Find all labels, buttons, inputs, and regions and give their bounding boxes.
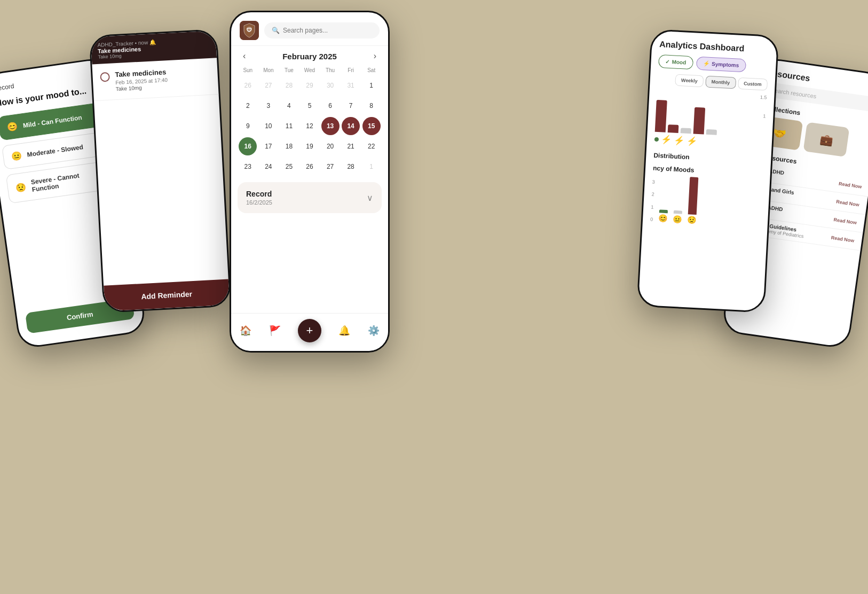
calendar-month-label: February 2025 — [282, 52, 337, 61]
cal-cell[interactable]: 18 — [280, 137, 298, 155]
resource-4-link[interactable]: Read Now — [831, 235, 854, 243]
home-icon[interactable]: 🏠 — [240, 325, 251, 337]
symptoms-tab-label: Symptoms — [712, 61, 739, 68]
chart-bar-1 — [655, 100, 667, 132]
cal-cell-13[interactable]: 13 — [321, 117, 340, 135]
search-bar[interactable]: 🔍 — [264, 22, 380, 38]
collection-adhd-work[interactable]: 💼 — [803, 122, 850, 157]
reminder-checkbox[interactable] — [100, 72, 110, 82]
search-icon: 🔍 — [272, 27, 280, 34]
cal-cell-14[interactable]: 14 — [342, 117, 360, 135]
cal-cell[interactable]: 24 — [259, 158, 278, 176]
day-tue: Tue — [279, 67, 299, 73]
cal-cell[interactable]: 6 — [321, 97, 340, 115]
cal-cell[interactable]: 23 — [239, 158, 257, 176]
search-input[interactable] — [283, 27, 372, 34]
next-month-button[interactable]: › — [370, 51, 380, 61]
calendar-day-names: Sun Mon Tue Wed Thu Fri Sat — [238, 64, 382, 76]
symbol-3: ⚡ — [686, 136, 697, 146]
cal-cell-today[interactable]: 16 — [239, 137, 257, 155]
mild-emoji: 😊 — [6, 121, 18, 133]
reminder-details: Take medicines Feb 16, 2025 at 17:40 Tak… — [115, 68, 168, 92]
chart-bar-2 — [668, 124, 679, 133]
cal-cell[interactable]: 26 — [301, 158, 319, 176]
day-thu: Thu — [320, 67, 341, 73]
cal-cell[interactable]: 21 — [342, 137, 360, 155]
record-chevron-icon: ∨ — [367, 193, 373, 203]
phone-calendar: 🛡 🔍 ‹ February 2025 › Sun Mon Tue Wed Th… — [230, 11, 390, 353]
cal-cell[interactable]: 20 — [321, 137, 340, 155]
calendar-week-2: 2 3 4 5 6 7 8 — [238, 97, 382, 115]
record-card[interactable]: Record 16/2/2025 ∨ — [238, 182, 382, 213]
chart-bar-4 — [693, 107, 706, 135]
calendar-grid: Sun Mon Tue Wed Thu Fri Sat 26 27 28 29 … — [231, 64, 388, 176]
green-dot — [654, 137, 659, 141]
moderate-emoji: 😐 — [11, 150, 22, 162]
day-mon: Mon — [258, 67, 279, 73]
bell-icon[interactable]: 🔔 — [338, 325, 350, 337]
cal-cell[interactable]: 1 — [362, 158, 381, 176]
symbol-1: ⚡ — [660, 134, 672, 145]
cal-cell[interactable]: 12 — [301, 117, 319, 135]
cal-cell-15[interactable]: 15 — [362, 117, 381, 135]
calendar-week-3: 9 10 11 12 13 14 15 — [238, 117, 382, 135]
chart-bar-5 — [706, 129, 717, 135]
calendar-week-1: 26 27 28 29 30 31 1 — [238, 76, 382, 95]
cal-cell[interactable]: 9 — [239, 117, 257, 135]
bottom-nav: 🏠 🚩 + 🔔 ⚙️ — [231, 313, 388, 351]
tab-weekly[interactable]: Weekly — [675, 74, 704, 88]
day-wed: Wed — [299, 67, 320, 73]
resource-1-link[interactable]: Read Now — [839, 181, 862, 189]
tab-mood[interactable]: ✓ Mood — [658, 54, 693, 69]
freq-group-2: 😐 — [673, 210, 682, 224]
cal-cell[interactable]: 5 — [301, 97, 319, 115]
resource-2-link[interactable]: Read Now — [836, 199, 859, 207]
tab-custom[interactable]: Custom — [738, 77, 768, 91]
record-card-title: Record — [246, 190, 272, 198]
mood-tab-label: Mood — [672, 59, 686, 65]
cal-cell[interactable]: 19 — [301, 137, 319, 155]
cal-cell[interactable]: 30 — [321, 76, 340, 95]
analytics-chart: 1.5 1 — [648, 89, 775, 138]
app-logo: 🛡 — [240, 21, 259, 40]
add-reminder-button[interactable]: Add Reminder — [104, 279, 230, 311]
cal-cell[interactable]: 7 — [342, 97, 360, 115]
phone-analytics: Analytics Dashboard ✓ Mood ⚡ Symptoms We… — [637, 29, 779, 313]
moderate-label: Moderate - Slowed — [27, 143, 84, 159]
cal-cell[interactable]: 8 — [362, 97, 381, 115]
cal-cell[interactable]: 22 — [362, 137, 381, 155]
cal-cell[interactable]: 28 — [342, 158, 360, 176]
add-button[interactable]: + — [298, 319, 321, 342]
cal-cell[interactable]: 2 — [239, 97, 257, 115]
day-fri: Fri — [341, 67, 361, 73]
notif-content: ADHD_Tracker • now 🔔 Take medicines Take… — [97, 39, 156, 60]
chart-value-mid: 1 — [763, 113, 766, 119]
day-sat: Sat — [361, 67, 382, 73]
cal-cell[interactable]: 25 — [280, 158, 298, 176]
cal-cell[interactable]: 27 — [259, 76, 278, 95]
cal-cell[interactable]: 10 — [259, 117, 278, 135]
cal-cell[interactable]: 11 — [280, 117, 298, 135]
resource-3-link[interactable]: Read Now — [833, 217, 857, 225]
cal-cell[interactable]: 27 — [321, 158, 340, 176]
cal-cell[interactable]: 29 — [301, 76, 319, 95]
flag-icon[interactable]: 🚩 — [269, 325, 281, 337]
cal-cell[interactable]: 17 — [259, 137, 278, 155]
calendar-week-4: 16 17 18 19 20 21 22 — [238, 137, 382, 155]
prev-month-button[interactable]: ‹ — [240, 51, 249, 61]
reminder-item[interactable]: Take medicines Feb 16, 2025 at 17:40 Tak… — [92, 58, 218, 101]
severe-emoji: 😟 — [15, 182, 27, 193]
tab-symptoms[interactable]: ⚡ Symptoms — [696, 57, 746, 73]
cal-cell[interactable]: 3 — [259, 97, 278, 115]
cal-cell[interactable]: 31 — [342, 76, 360, 95]
cal-cell[interactable]: 26 — [239, 76, 257, 95]
gear-icon[interactable]: ⚙️ — [368, 325, 380, 337]
freq-group-3: 😟 — [687, 177, 699, 224]
cal-cell[interactable]: 4 — [280, 97, 298, 115]
record-card-info: Record 16/2/2025 — [246, 190, 272, 206]
cal-cell[interactable]: 28 — [280, 76, 298, 95]
cal-cell[interactable]: 1 — [362, 76, 381, 95]
chart-value-high: 1.5 — [760, 95, 767, 100]
y-axis: 3210 — [650, 179, 655, 222]
tab-monthly[interactable]: Monthly — [705, 76, 736, 89]
